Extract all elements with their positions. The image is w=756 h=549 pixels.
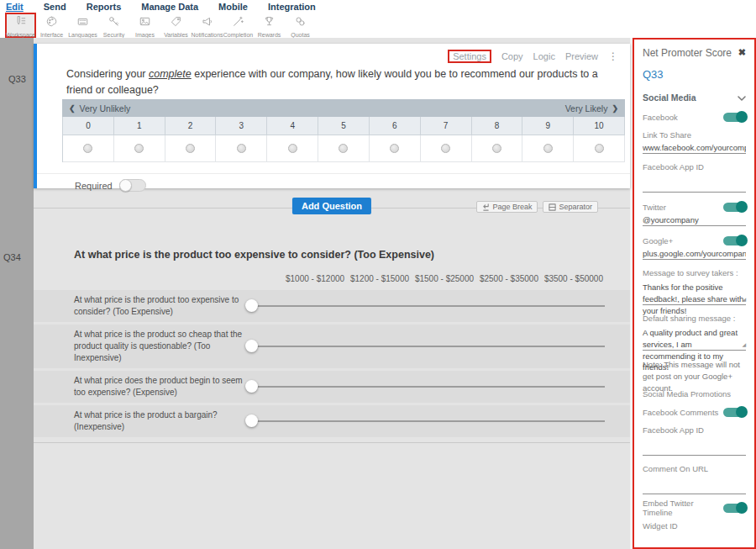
radio-icon [543, 144, 553, 153]
toolbar-item-workspace[interactable]: Workspace [5, 13, 36, 38]
toolbar-item-security[interactable]: Security [98, 13, 129, 38]
nps-radio[interactable] [63, 135, 114, 162]
menu-item-reports[interactable]: Reports [87, 2, 122, 13]
comment-on-url-input[interactable] [643, 483, 746, 494]
toolbar-item-rewards[interactable]: Rewards [254, 13, 285, 38]
nps-radio[interactable] [267, 135, 318, 162]
toolbar-item-notifications[interactable]: Notifications [192, 13, 223, 38]
price-slider [245, 414, 605, 428]
menu-item-mobile[interactable]: Mobile [218, 2, 248, 13]
question-text[interactable]: Considering your complete experience wit… [66, 66, 611, 99]
menu-item-integration[interactable]: Integration [268, 2, 316, 13]
google-plus-toggle[interactable] [723, 236, 746, 245]
settings-button[interactable]: Settings [448, 50, 491, 63]
nps-radio[interactable] [574, 135, 625, 162]
main-area: Q33 Q34 Settings Copy Logic Preview ⋮ Co… [0, 38, 756, 549]
radio-icon [390, 144, 399, 153]
rewards-icon [263, 15, 276, 31]
question-text-part: Considering your [66, 68, 149, 80]
toolbar-item-variables[interactable]: Variables [160, 13, 192, 38]
notifications-icon [201, 15, 213, 31]
resize-handle-icon[interactable]: ◢ [742, 341, 746, 349]
toolbar-item-languages[interactable]: Languages [67, 13, 98, 38]
google-plus-input[interactable]: plus.google.com/yourcompany [643, 249, 746, 260]
separator-icon [549, 203, 556, 211]
radio-icon [237, 144, 246, 153]
resize-handle-icon[interactable]: ◢ [742, 296, 746, 304]
preview-button[interactable]: Preview [565, 51, 598, 61]
variables-icon [170, 15, 182, 31]
images-icon [139, 15, 151, 31]
toolbar-item-quotas[interactable]: Quotas [285, 13, 316, 38]
chevron-right-icon[interactable]: ❯ [612, 104, 618, 113]
twitter-handle-input[interactable]: @yourcompany [643, 215, 746, 226]
radio-icon [288, 144, 297, 153]
message-to-survey-takers-textarea[interactable]: Thanks for the positive feedback!, pleas… [643, 282, 746, 305]
page-break-button[interactable]: Page Break [476, 201, 538, 213]
toolbar-item-label: Security [103, 32, 124, 38]
chevron-left-icon[interactable]: ❮ [69, 104, 76, 113]
question-number-q33: Q33 [8, 74, 26, 84]
nps-radio[interactable] [114, 135, 165, 162]
toggle-knob [736, 406, 748, 418]
embed-twitter-timeline-toggle[interactable] [723, 504, 746, 513]
nps-radio[interactable] [472, 135, 523, 162]
nps-radio[interactable] [318, 135, 370, 162]
radio-icon [83, 144, 92, 153]
question-number-rail: Q33 Q34 [0, 38, 34, 549]
facebook-label: Facebook [643, 113, 678, 122]
quotas-icon [294, 15, 307, 31]
slider-row-label: At what price is the product a bargain? … [34, 409, 245, 433]
edit-toolbar: Workspace Interface Languages Security I… [0, 13, 756, 38]
toggle-knob [736, 235, 748, 246]
toolbar-item-completion[interactable]: Completion [223, 13, 254, 38]
slider-row: At what price does the product begin to … [34, 371, 630, 403]
nps-radio[interactable] [165, 135, 217, 162]
slider-row-label: At what price is the product so cheap th… [34, 329, 245, 364]
question-number-q34: Q34 [3, 252, 21, 262]
toolbar-item-label: Workspace [6, 32, 35, 38]
slider-track [251, 305, 605, 307]
top-menubar: Edit Send Reports Manage Data Mobile Int… [0, 0, 756, 13]
toolbar-item-label: Quotas [291, 32, 310, 38]
slider-handle[interactable] [245, 340, 258, 352]
close-icon[interactable]: ✖ [738, 47, 746, 58]
slider-handle[interactable] [245, 299, 258, 312]
nps-left-label: Very Unlikely [80, 103, 131, 113]
slider-handle[interactable] [245, 414, 258, 427]
copy-button[interactable]: Copy [501, 51, 523, 61]
widget-id-input[interactable] [643, 541, 746, 549]
nps-radio[interactable] [216, 135, 267, 162]
slider-row: At what price is the product so cheap th… [34, 325, 630, 368]
nps-number: 10 [574, 117, 625, 135]
nps-radio[interactable] [421, 135, 472, 162]
price-range-header: $3500 - $50000 [544, 274, 603, 283]
twitter-toggle[interactable] [723, 203, 746, 212]
default-sharing-message-textarea[interactable]: A quality product and great services, I … [643, 327, 746, 351]
facebook-toggle[interactable] [723, 113, 746, 122]
facebook-comments-label: Facebook Comments [643, 408, 718, 417]
facebook-comments-toggle[interactable] [723, 408, 746, 417]
kebab-menu-icon[interactable]: ⋮ [608, 50, 618, 62]
radio-icon [339, 144, 348, 153]
facebook-app-id-input[interactable] [643, 182, 746, 193]
menu-item-manage-data[interactable]: Manage Data [141, 2, 198, 13]
page-break-label: Page Break [492, 203, 532, 211]
q34-title[interactable]: At what price is the product too expensi… [74, 249, 630, 261]
menu-item-edit[interactable]: Edit [6, 2, 24, 13]
logic-button[interactable]: Logic [533, 51, 555, 61]
price-range-header: $2500 - $35000 [480, 274, 538, 283]
social-media-section-header[interactable]: Social Media [643, 92, 746, 103]
slider-handle[interactable] [245, 380, 258, 393]
toolbar-item-images[interactable]: Images [129, 13, 160, 38]
facebook-app-id2-input[interactable] [643, 445, 746, 456]
nps-radio[interactable] [370, 135, 421, 162]
question-text-emphasis: complete [149, 68, 192, 80]
menu-item-send[interactable]: Send [44, 2, 66, 13]
separator-button[interactable]: Separator [543, 201, 598, 213]
nps-radio[interactable] [522, 135, 574, 162]
link-to-share-input[interactable]: www.facebook.com/yourcompany [643, 143, 746, 154]
toolbar-item-interface[interactable]: Interface [36, 13, 67, 38]
nps-number: 2 [165, 117, 217, 135]
add-question-button[interactable]: Add Question [292, 198, 371, 214]
